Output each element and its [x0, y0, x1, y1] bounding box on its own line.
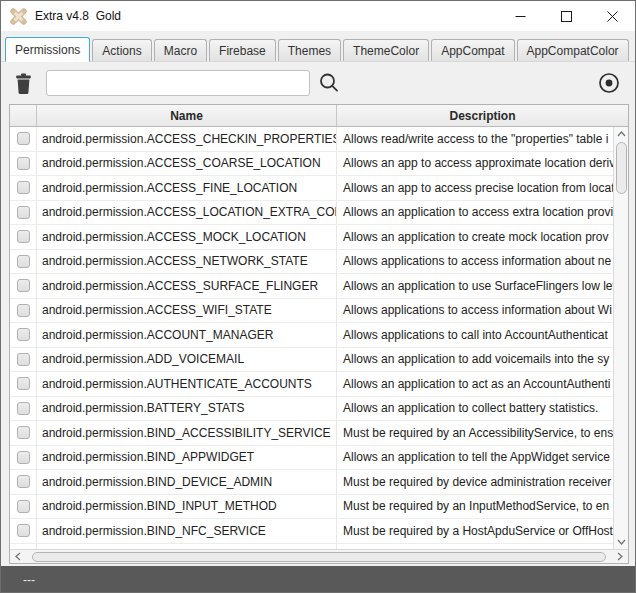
tab-permissions[interactable]: Permissions: [5, 37, 90, 62]
vertical-scrollbar[interactable]: [613, 127, 628, 549]
tab-label: AppCompat: [441, 44, 504, 58]
row-checkbox-cell: [10, 274, 36, 298]
table-header: Name Description: [10, 105, 628, 127]
tab-label: Firebase: [219, 44, 266, 58]
search-icon[interactable]: [318, 72, 340, 94]
app-icon: [10, 8, 27, 25]
table-row[interactable]: android.permission.ADD_VOICEMAIL Allows …: [10, 348, 613, 373]
tab-label: Macro: [164, 44, 197, 58]
row-checkbox-cell: [10, 446, 36, 470]
row-description: Allows an app to access approximate loca…: [336, 152, 613, 176]
search-input[interactable]: [46, 70, 310, 96]
record-target-icon[interactable]: [598, 72, 620, 94]
row-name: android.permission.ACCESS_FINE_LOCATION: [36, 176, 336, 200]
row-checkbox[interactable]: [17, 451, 30, 464]
tab-themes[interactable]: Themes: [278, 39, 341, 61]
table-row[interactable]: android.permission.ACCESS_WIFI_STATE All…: [10, 299, 613, 324]
row-checkbox[interactable]: [17, 377, 30, 390]
table-row[interactable]: android.permission.BIND_ACCESSIBILITY_SE…: [10, 421, 613, 446]
row-description: Allows an application to tell the AppWid…: [336, 446, 613, 470]
table-row[interactable]: android.permission.BIND_NFC_SERVICE Must…: [10, 519, 613, 544]
tab-label: AppCompatColor: [527, 44, 619, 58]
permissions-table: Name Description android.permission.ACCE…: [9, 104, 629, 564]
vertical-scrollbar-thumb[interactable]: [616, 142, 627, 194]
title-bar: Extra v4.8 Gold: [1, 1, 635, 31]
table-row[interactable]: android.permission.ACCESS_LOCATION_EXTRA…: [10, 201, 613, 226]
scroll-down-icon[interactable]: [614, 535, 629, 549]
row-description: Allows an application to collect battery…: [336, 397, 613, 421]
row-name: android.permission.BIND_APPWIDGET: [36, 446, 336, 470]
row-name: android.permission.BATTERY_STATS: [36, 397, 336, 421]
tab-firebase[interactable]: Firebase: [209, 39, 276, 61]
row-checkbox-cell: [10, 397, 36, 421]
table-row[interactable]: android.permission.ACCESS_SURFACE_FLINGE…: [10, 274, 613, 299]
row-checkbox-cell: [10, 250, 36, 274]
row-checkbox[interactable]: [17, 426, 30, 439]
table-row[interactable]: android.permission.ACCESS_FINE_LOCATION …: [10, 176, 613, 201]
row-description: Must be required by an AccessibilityServ…: [336, 421, 613, 445]
delete-button[interactable]: [14, 73, 33, 94]
row-checkbox[interactable]: [17, 230, 30, 243]
close-button[interactable]: [589, 1, 635, 31]
row-description: Allows applications to access informatio…: [336, 299, 613, 323]
row-checkbox[interactable]: [17, 353, 30, 366]
column-header-checkbox[interactable]: [10, 105, 36, 126]
row-description: Must be required by an InputMethodServic…: [336, 495, 613, 519]
row-description: Allows read/write access to the "propert…: [336, 127, 613, 151]
scroll-left-icon[interactable]: [10, 550, 26, 564]
row-checkbox[interactable]: [17, 279, 30, 292]
tab-label: Permissions: [15, 43, 80, 57]
row-name: android.permission.ACCESS_CHECKIN_PROPER…: [36, 127, 336, 151]
row-checkbox[interactable]: [17, 500, 30, 513]
scroll-up-icon[interactable]: [614, 127, 629, 141]
row-checkbox[interactable]: [17, 255, 30, 268]
maximize-button[interactable]: [543, 1, 589, 31]
column-header-description[interactable]: Description: [336, 105, 628, 126]
row-checkbox-cell: [10, 519, 36, 543]
table-row[interactable]: android.permission.AUTHENTICATE_ACCOUNTS…: [10, 372, 613, 397]
table-row[interactable]: android.permission.BIND_APPWIDGET Allows…: [10, 446, 613, 471]
minimize-button[interactable]: [497, 1, 543, 31]
row-description: Allows an application to act as an Accou…: [336, 372, 613, 396]
row-description: Allows an application to access extra lo…: [336, 201, 613, 225]
column-header-name[interactable]: Name: [36, 105, 336, 126]
tab-macro[interactable]: Macro: [154, 39, 207, 61]
tab-actions[interactable]: Actions: [92, 39, 151, 61]
table-row[interactable]: android.permission.ACCESS_CHECKIN_PROPER…: [10, 127, 613, 152]
row-checkbox[interactable]: [17, 157, 30, 170]
row-checkbox[interactable]: [17, 402, 30, 415]
row-checkbox-cell: [10, 495, 36, 519]
row-description: Allows an application to create mock loc…: [336, 225, 613, 249]
row-checkbox[interactable]: [17, 206, 30, 219]
tab-label: Actions: [102, 44, 141, 58]
table-row[interactable]: android.permission.ACCESS_NETWORK_STATE …: [10, 250, 613, 275]
status-text: ---: [23, 573, 35, 587]
tab-appcompatcolor[interactable]: AppCompatColor: [517, 39, 629, 61]
window-title: Extra v4.8 Gold: [35, 9, 121, 23]
table-row[interactable]: android.permission.BATTERY_STATS Allows …: [10, 397, 613, 422]
row-checkbox[interactable]: [17, 475, 30, 488]
tab-appcompat[interactable]: AppCompat: [431, 39, 514, 61]
row-name: android.permission.BIND_NFC_SERVICE: [36, 519, 336, 543]
window-controls: [497, 1, 635, 31]
horizontal-scrollbar[interactable]: [10, 549, 628, 563]
row-checkbox[interactable]: [17, 304, 30, 317]
table-row[interactable]: android.permission.BIND_INPUT_METHOD Mus…: [10, 495, 613, 520]
app-window: Extra v4.8 Gold Permissions Actions Macr…: [0, 0, 636, 593]
row-description: Must be required by device administratio…: [336, 470, 613, 494]
tab-themecolor[interactable]: ThemeColor: [343, 39, 429, 61]
row-checkbox[interactable]: [17, 132, 30, 145]
table-row[interactable]: android.permission.ACCESS_MOCK_LOCATION …: [10, 225, 613, 250]
row-checkbox-cell: [10, 299, 36, 323]
row-description: Allows an application to use SurfaceFlin…: [336, 274, 613, 298]
row-checkbox[interactable]: [17, 524, 30, 537]
table-row[interactable]: android.permission.BIND_DEVICE_ADMIN Mus…: [10, 470, 613, 495]
scroll-right-icon[interactable]: [612, 550, 628, 564]
row-name: android.permission.ACCESS_SURFACE_FLINGE…: [36, 274, 336, 298]
horizontal-scrollbar-thumb[interactable]: [32, 552, 606, 562]
table-row[interactable]: android.permission.ACCESS_COARSE_LOCATIO…: [10, 152, 613, 177]
row-description: Allows applications to access informatio…: [336, 250, 613, 274]
table-row[interactable]: android.permission.ACCOUNT_MANAGER Allow…: [10, 323, 613, 348]
row-checkbox[interactable]: [17, 181, 30, 194]
row-checkbox[interactable]: [17, 328, 30, 341]
